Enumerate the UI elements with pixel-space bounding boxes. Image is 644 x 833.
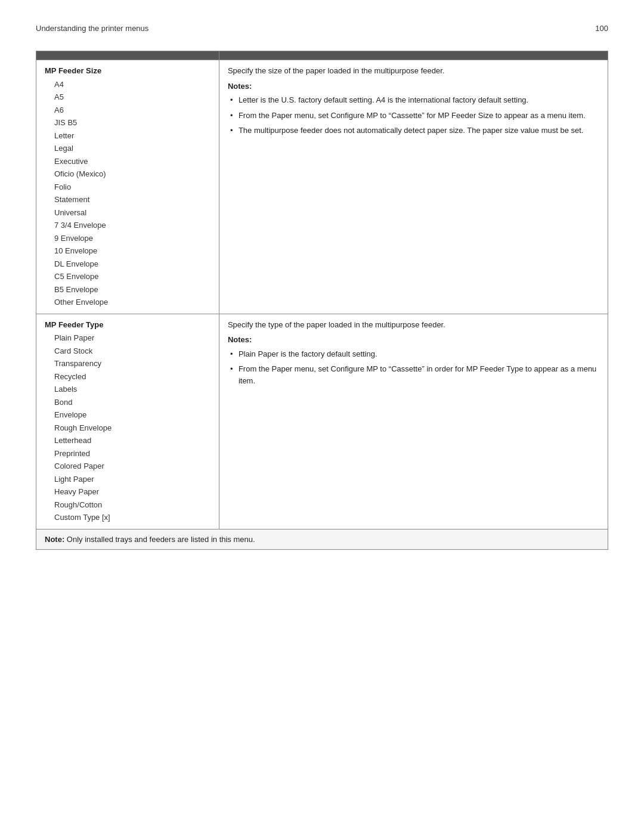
list-item: Envelope [45,408,210,422]
table-row: MP Feeder SizeA4A5A6JIS B5LetterLegalExe… [36,60,608,314]
footer-text: Only installed trays and feeders are lis… [64,535,255,544]
list-item: Labels [45,383,210,396]
page-header: Understanding the printer menus 100 [36,24,608,33]
list-item: Preprinted [45,447,210,460]
item-list-1: Plain PaperCard StockTransparencyRecycle… [45,332,210,524]
notes-label-1: Notes: [228,334,599,346]
list-item: Statement [45,193,210,206]
list-item: Recycled [45,370,210,383]
bullet-item: The multipurpose feeder does not automat… [228,125,599,137]
list-item: 10 Envelope [45,244,210,258]
list-item: A5 [45,91,210,104]
list-item: 9 Envelope [45,232,210,245]
list-item: Rough Envelope [45,422,210,435]
list-item: Universal [45,206,210,219]
main-table: MP Feeder SizeA4A5A6JIS B5LetterLegalExe… [36,51,608,550]
list-item: Rough/Cotton [45,498,210,512]
bullet-list-1: Plain Paper is the factory default setti… [228,348,599,387]
page: Understanding the printer menus 100 MP F… [0,0,644,833]
list-item: Light Paper [45,473,210,486]
list-item: Heavy Paper [45,485,210,498]
list-item: Executive [45,155,210,168]
header-left: Understanding the printer menus [36,24,148,33]
list-item: Transparency [45,357,210,370]
list-item: Plain Paper [45,332,210,345]
item-list-0: A4A5A6JIS B5LetterLegalExecutiveOficio (… [45,78,210,309]
list-item: Bond [45,396,210,409]
to-cell-0: Specify the size of the paper loaded in … [219,60,608,314]
notes-label-0: Notes: [228,80,599,92]
use-cell-0: MP Feeder SizeA4A5A6JIS B5LetterLegalExe… [36,60,219,314]
section-label-1: MP Feeder Type [45,319,210,331]
list-item: JIS B5 [45,116,210,129]
header-right: 100 [595,24,608,33]
bullet-item: Plain Paper is the factory default setti… [228,348,599,360]
list-item: Card Stock [45,345,210,358]
list-item: C5 Envelope [45,270,210,283]
list-item: Letterhead [45,434,210,447]
to-cell-1: Specify the type of the paper loaded in … [219,314,608,529]
footer-row: Note: Only installed trays and feeders a… [36,529,608,550]
bullet-item: Letter is the U.S. factory default setti… [228,94,599,106]
section-label-0: MP Feeder Size [45,65,210,77]
to-text-1: Specify the type of the paper loaded in … [228,319,599,331]
use-cell-1: MP Feeder TypePlain PaperCard StockTrans… [36,314,219,529]
col-header-use [36,51,219,60]
col-header-to [219,51,608,60]
list-item: Colored Paper [45,460,210,473]
list-item: A6 [45,104,210,117]
list-item: Letter [45,129,210,143]
list-item: DL Envelope [45,258,210,271]
footer-cell: Note: Only installed trays and feeders a… [36,529,608,550]
footer-bold: Note: [45,535,64,544]
list-item: 7 3/4 Envelope [45,219,210,232]
list-item: Other Envelope [45,296,210,309]
list-item: B5 Envelope [45,283,210,296]
bullet-item: From the Paper menu, set Configure MP to… [228,110,599,122]
bullet-item: From the Paper menu, set Configure MP to… [228,363,599,386]
to-text-0: Specify the size of the paper loaded in … [228,65,599,77]
list-item: Legal [45,142,210,155]
list-item: A4 [45,78,210,91]
list-item: Custom Type [x] [45,511,210,524]
list-item: Folio [45,181,210,194]
table-row: MP Feeder TypePlain PaperCard StockTrans… [36,314,608,529]
bullet-list-0: Letter is the U.S. factory default setti… [228,94,599,137]
list-item: Oficio (Mexico) [45,168,210,181]
